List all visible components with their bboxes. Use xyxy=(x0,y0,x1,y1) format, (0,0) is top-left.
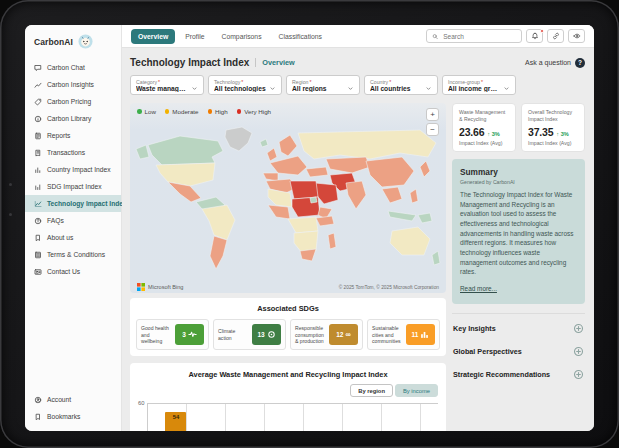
bezel-dot xyxy=(9,213,12,216)
sidebar-item-sdg-impact-index[interactable]: SDG Impact Index xyxy=(25,178,121,195)
accordion-label: Key Insights xyxy=(453,324,496,333)
sdg-card-3: Good health and wellbeing3 xyxy=(136,319,209,350)
stat-value: 23.66 xyxy=(459,126,484,138)
zoom-out-button[interactable]: − xyxy=(426,123,439,136)
accordion-key-insights[interactable]: Key Insights xyxy=(452,317,585,340)
sidebar-item-terms-conditions[interactable]: Terms & Conditions xyxy=(25,246,121,263)
sidebar-item-carbon-chat[interactable]: Carbon Chat xyxy=(25,59,121,76)
filter-income-group-dropdown[interactable]: Income-group*All income groups xyxy=(442,75,516,95)
stat-delta: ↑ 3% xyxy=(487,131,499,137)
notification-dot xyxy=(540,29,544,33)
sidebar-item-label: Country Impact Index xyxy=(47,166,111,173)
sdg-label: Good health and wellbeing xyxy=(141,325,172,344)
sidebar-item-contact-us[interactable]: Contact Us xyxy=(25,263,121,280)
stat-card-waste-management-recycling: Waste Management & Recycling23.66↑ 3%Imp… xyxy=(452,103,516,152)
sdg-number: 12 xyxy=(336,331,343,338)
sidebar-item-about-us[interactable]: About us xyxy=(25,229,121,246)
sidebar-item-label: Carbon Insights xyxy=(47,81,94,88)
map-attribution: Microsoft Bing © 2025 TomTom, © 2025 Mic… xyxy=(130,281,446,293)
sidebar-item-bookmarks[interactable]: Bookmarks xyxy=(25,408,121,425)
sdg-card-13: Climate action13 xyxy=(213,319,286,350)
chat-icon xyxy=(34,64,42,72)
map-legend: LowModerateHighVery High xyxy=(137,108,271,115)
visibility-button[interactable] xyxy=(568,29,585,43)
plus-circle-icon xyxy=(573,346,584,357)
share-link-button[interactable] xyxy=(547,29,564,43)
sidebar-item-faqs[interactable]: FAQs xyxy=(25,212,121,229)
filter-region-dropdown[interactable]: Region*All regions xyxy=(286,75,360,95)
ask-a-question-label: Ask a question xyxy=(525,59,571,66)
stat-caption: Impact Index (Avg) xyxy=(528,140,578,146)
zoom-in-button[interactable]: + xyxy=(426,108,439,121)
sidebar-item-transactions[interactable]: Transactions xyxy=(25,144,121,161)
stat-cards: Waste Management & Recycling23.66↑ 3%Imp… xyxy=(452,103,585,152)
filter-country-dropdown[interactable]: Country*All countries xyxy=(364,75,438,95)
sidebar-item-account[interactable]: Account xyxy=(25,391,121,408)
library-icon xyxy=(34,115,42,123)
legend-dot xyxy=(237,109,242,114)
search-box[interactable] xyxy=(426,29,522,43)
read-more-link[interactable]: Read more... xyxy=(460,285,497,292)
plus-circle-icon xyxy=(573,369,584,380)
legend-item-moderate: Moderate xyxy=(165,108,199,115)
legend-dot xyxy=(137,109,142,114)
sidebar-item-label: Transactions xyxy=(47,149,85,156)
terms-icon xyxy=(34,251,42,259)
accordion-global-perspectives[interactable]: Global Perspectives xyxy=(452,340,585,363)
tab-classifications[interactable]: Classifications xyxy=(272,29,329,44)
bing-label: Microsoft Bing xyxy=(148,284,183,290)
required-asterisk: * xyxy=(158,79,160,85)
bar[interactable]: 54 xyxy=(165,412,186,431)
bookmark-icon xyxy=(34,413,42,421)
notifications-button[interactable] xyxy=(526,29,543,43)
accordion-strategic-recommendations[interactable]: Strategic Recommendations xyxy=(452,363,585,386)
sidebar-item-carbon-insights[interactable]: Carbon Insights xyxy=(25,76,121,93)
y-axis-tick: 60 xyxy=(138,400,144,406)
world-choropleth-map[interactable] xyxy=(130,117,446,279)
tab-overview[interactable]: Overview xyxy=(131,29,175,44)
sdg-badge: 11 xyxy=(406,324,435,345)
app-window: CarbonAI Carbon ChatCarbon InsightsCarbo… xyxy=(25,25,594,431)
accordion-label: Strategic Recommendations xyxy=(453,370,550,379)
sidebar-footer: AccountBookmarks xyxy=(25,391,121,425)
chart-toggle-by-income[interactable]: By income xyxy=(395,384,438,397)
sidebar-item-carbon-library[interactable]: Carbon Library xyxy=(25,110,121,127)
heartbeat-icon xyxy=(188,330,197,339)
sdg-label: Sustainable cities and communities xyxy=(372,325,403,344)
tab-profile[interactable]: Profile xyxy=(178,29,211,44)
sidebar-nav: Carbon ChatCarbon InsightsCarbon Pricing… xyxy=(25,59,121,280)
sidebar-item-reports[interactable]: Reports xyxy=(25,127,121,144)
tab-comparisons[interactable]: Comparisons xyxy=(215,29,269,44)
sidebar-item-label: Terms & Conditions xyxy=(47,251,105,258)
topbar: OverviewProfileComparisonsClassification… xyxy=(122,25,594,48)
ask-a-question-button[interactable]: Ask a question ? xyxy=(525,58,585,68)
stat-delta: ↑ 3% xyxy=(556,131,568,137)
sidebar-item-country-impact-index[interactable]: Country Impact Index xyxy=(25,161,121,178)
sidebar-item-label: SDG Impact Index xyxy=(47,183,102,190)
chevron-down-icon xyxy=(425,85,432,92)
chevron-down-icon xyxy=(503,85,510,92)
sidebar-item-carbon-pricing[interactable]: Carbon Pricing xyxy=(25,93,121,110)
stat-card-overall-technology-impact-index: Overall Technology Impact Index37.35↑ 3%… xyxy=(521,103,585,152)
sdg-card-12: Responsible consumption & production12∞ xyxy=(290,319,363,350)
sdg-label: Responsible consumption & production xyxy=(295,325,326,344)
filter-technology-dropdown[interactable]: Technology*All technologies xyxy=(208,75,282,95)
chart-toggle-by-region[interactable]: By region xyxy=(350,384,393,397)
topbar-actions xyxy=(426,29,585,43)
page-header: Technology Impact Index Overview Ask a q… xyxy=(130,57,585,68)
sdg-number: 13 xyxy=(257,331,264,338)
required-asterisk: * xyxy=(309,79,311,85)
filter-category-dropdown[interactable]: Category*Waste management & rec... xyxy=(130,75,204,95)
transactions-icon xyxy=(34,149,42,157)
sdg-badge: 13 xyxy=(252,324,281,345)
faq-icon xyxy=(34,217,42,225)
search-input[interactable] xyxy=(441,32,516,41)
required-asterisk: * xyxy=(389,79,391,85)
sdg-badge: 3 xyxy=(175,324,204,345)
tablet-frame: CarbonAI Carbon ChatCarbon InsightsCarbo… xyxy=(0,0,619,448)
main-area: OverviewProfileComparisonsClassification… xyxy=(122,25,594,431)
brand: CarbonAI xyxy=(25,34,121,59)
required-asterisk: * xyxy=(241,79,243,85)
sidebar-item-technology-impact-index[interactable]: Technology Impact Index xyxy=(25,195,121,212)
brand-name: CarbonAI xyxy=(34,37,73,47)
